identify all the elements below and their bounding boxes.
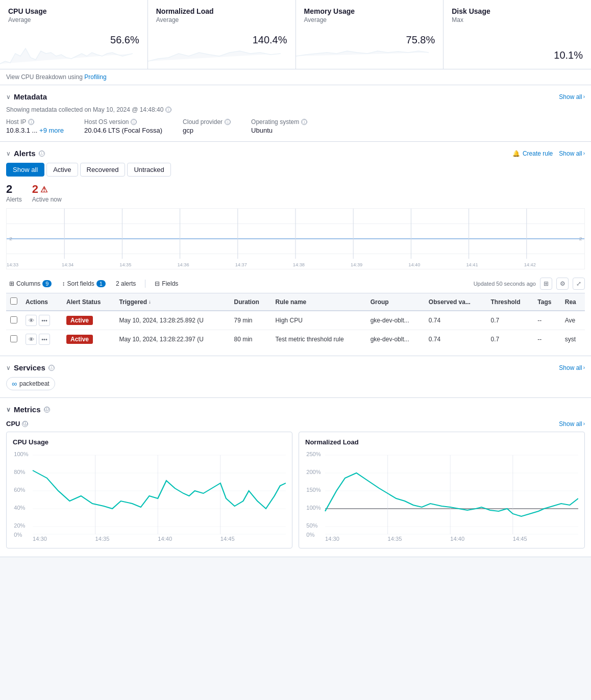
cloud-info-icon[interactable]: ⓘ [225,119,231,125]
metadata-show-all[interactable]: Show all › [559,93,585,101]
cpu-chart-box: CPU Usage 100% 80% 60% 40% 20% 0% [6,432,292,548]
alerts-header: ∨ Alerts ⓘ 🔔 Create rule Show all › [0,142,591,163]
columns-button[interactable]: ⊞ Columns 9 [6,279,55,289]
th-checkbox [6,293,21,311]
row1-select[interactable] [10,316,17,323]
row2-select[interactable] [10,335,17,342]
cpu-title: CPU Usage [8,7,139,15]
row2-more-icon[interactable]: ••• [39,334,50,345]
cpu-section-title: CPU ⓘ [6,420,28,428]
tab-show-all[interactable]: Show all [6,163,44,177]
metrics-collapse-icon[interactable]: ∨ [6,406,11,413]
alerts-title: Alerts [14,149,36,158]
tab-untracked[interactable]: Untracked [127,163,170,177]
alerts-info-icon[interactable]: ⓘ [39,151,45,157]
fields-button[interactable]: ⊟ Fields [152,279,181,289]
svg-text:14:30: 14:30 [325,536,339,542]
th-duration: Duration [230,293,272,311]
row1-eye-icon[interactable]: 👁 [26,315,37,326]
table-toolbar: ⊞ Columns 9 ↕ Sort fields 1 2 alerts ⊟ F… [6,274,585,293]
toolbar-right: Updated 50 seconds ago ⊞ ⚙ ⤢ [474,278,585,290]
row1-threshold: 0.7 [486,311,533,330]
row2-actions: 👁 ••• [21,330,62,349]
row2-checkbox [6,330,21,349]
disk-value: 10.1% [452,44,583,63]
row1-reason: Ave [561,311,585,330]
host-os-info-icon[interactable]: ⓘ [131,119,137,125]
table-row: 👁 ••• Active May 10, 2024, 13:28:22.397 … [6,330,585,349]
cpu-sparkline [0,38,133,69]
alert-count-total: 2 Alerts [6,183,22,203]
services-title-row: ∨ Services ⓘ [6,363,55,372]
metadata-field-host-ip: Host IP ⓘ 10.8.3.1 ... +9 more [6,118,64,134]
load-chart-area: 250% 200% 150% 100% 50% 0% [305,450,578,542]
row1-triggered: May 10, 2024, 13:28:25.892 (U [115,311,230,330]
th-status: Alert Status [62,293,115,311]
metadata-fields: Host IP ⓘ 10.8.3.1 ... +9 more Host OS v… [6,118,585,134]
sort-fields-button[interactable]: ↕ Sort fields 1 [59,279,108,289]
svg-text:14:41: 14:41 [466,262,478,267]
row1-more-icon[interactable]: ••• [39,315,50,326]
expand-btn[interactable]: ⤢ [573,278,585,290]
svg-text:14:40: 14:40 [450,536,464,542]
row2-eye-icon[interactable]: 👁 [26,334,37,345]
select-all-checkbox[interactable] [10,297,17,305]
alerts-show-all[interactable]: Show all › [559,150,585,157]
th-group: Group [366,293,425,311]
svg-text:14:37: 14:37 [235,262,247,267]
svg-text:14:42: 14:42 [524,262,536,267]
svg-text:14:35: 14:35 [95,536,110,542]
disk-subtitle: Max [452,16,583,23]
svg-text:14:45: 14:45 [513,536,527,542]
svg-text:200%: 200% [306,469,321,475]
alert-tabs: Show all Active Recovered Untracked [6,163,585,177]
metadata-field-cloud: Cloud provider ⓘ gcp [183,118,231,134]
metrics-info-icon[interactable]: ⓘ [44,407,50,413]
settings-btn[interactable]: ⚙ [556,278,569,290]
svg-text:14:40: 14:40 [158,536,172,542]
table-header-row: Actions Alert Status Triggered ↓ Duratio… [6,293,585,311]
th-rule-name: Rule name [272,293,366,311]
create-rule-btn[interactable]: 🔔 Create rule [512,150,553,157]
row2-observed: 0.74 [425,330,487,349]
row2-duration: 80 min [230,330,272,349]
host-ip-more-link[interactable]: +9 more [39,127,64,134]
profiling-link[interactable]: Profiling [84,73,106,81]
services-show-all[interactable]: Show all › [559,364,585,371]
row1-checkbox [6,311,21,330]
row2-threshold: 0.7 [486,330,533,349]
fields-icon: ⊟ [155,280,160,287]
cpu-chart-area: 100% 80% 60% 40% 20% 0% [13,450,286,542]
alert-total-number: 2 [6,183,22,196]
metadata-date-info-icon[interactable]: ⓘ [165,107,171,113]
host-ip-info-icon[interactable]: ⓘ [28,119,34,125]
alerts-collapse-icon[interactable]: ∨ [6,150,11,157]
svg-text:14:38: 14:38 [293,262,305,267]
metadata-collapse-icon[interactable]: ∨ [6,93,11,101]
service-tag-packetbeat[interactable]: ∞ packetbeat [6,377,55,390]
metadata-actions: Show all › [559,93,585,101]
alert-total-label: Alerts [6,196,22,203]
load-sparkline [148,38,281,69]
svg-text:14:45: 14:45 [220,536,235,542]
th-reason: Rea [561,293,585,311]
cpu-section-info-icon[interactable]: ⓘ [22,421,28,427]
svg-text:20%: 20% [14,523,26,529]
grid-view-btn[interactable]: ⊞ [540,278,552,290]
os-info-icon[interactable]: ⓘ [301,119,307,125]
services-body: ∞ packetbeat [0,377,591,397]
th-triggered[interactable]: Triggered ↓ [115,293,230,311]
metrics-show-all[interactable]: Show all › [559,420,585,428]
services-collapse-icon[interactable]: ∨ [6,364,11,371]
svg-text:40%: 40% [14,505,26,511]
svg-text:100%: 100% [14,452,29,457]
alerts-count-item: 2 alerts [113,279,139,289]
tab-active[interactable]: Active [46,163,78,177]
th-tags: Tags [533,293,560,311]
services-info-icon[interactable]: ⓘ [48,365,55,371]
metrics-section: ∨ Metrics ⓘ CPU ⓘ Show all › CPU Usage [0,398,591,557]
th-observed: Observed va... [425,293,487,311]
row1-actions: 👁 ••• [21,311,62,330]
metadata-body: Showing metadata collected on May 10, 20… [0,106,591,141]
tab-recovered[interactable]: Recovered [80,163,126,177]
